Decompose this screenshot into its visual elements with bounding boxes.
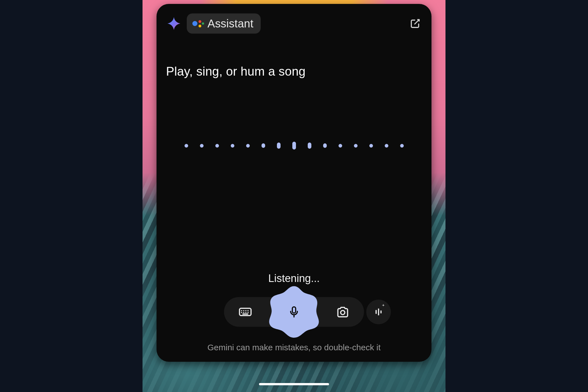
keyboard-icon: [238, 305, 253, 319]
disclaimer-text: Gemini can make mistakes, so double-chec…: [207, 343, 381, 352]
keyboard-button[interactable]: [236, 303, 254, 321]
listening-waveform: [166, 140, 422, 151]
microphone-icon: [287, 305, 301, 319]
waveform-dot: [246, 144, 250, 148]
assistant-chip[interactable]: Assistant: [187, 13, 261, 34]
phone-frame: Assistant Play, sing, or hum a song List…: [143, 0, 445, 392]
gemini-spark-icon: [166, 16, 182, 31]
waveform-dot: [231, 144, 234, 148]
waveform-dot: [323, 143, 327, 148]
assistant-chip-label: Assistant: [207, 17, 253, 30]
waveform-dot: [400, 144, 404, 148]
waveform-dot: [277, 143, 281, 149]
home-indicator[interactable]: [259, 383, 329, 385]
listening-status-text: Listening...: [268, 272, 320, 284]
waveform-dot: [369, 144, 373, 148]
prompt-text: Play, sing, or hum a song: [166, 64, 422, 78]
waveform-dot: [308, 143, 311, 149]
assistant-overlay-card: Assistant Play, sing, or hum a song List…: [157, 4, 431, 362]
sparkle-icon: [381, 304, 385, 307]
waveform-dot: [215, 144, 219, 148]
waveform-dot: [185, 144, 188, 148]
open-in-new-icon: [409, 18, 421, 29]
waveform-dot: [292, 142, 296, 150]
camera-icon: [335, 305, 350, 319]
waveform-dot: [354, 144, 358, 148]
waveform-dot: [262, 143, 265, 148]
card-header: Assistant: [166, 13, 422, 34]
svg-rect-11: [292, 307, 296, 313]
svg-point-10: [341, 311, 345, 315]
open-in-new-button[interactable]: [409, 17, 422, 30]
waveform-dot: [385, 144, 388, 148]
camera-button[interactable]: [334, 303, 352, 321]
assistant-logo-icon: [192, 18, 203, 29]
waveform-dot: [339, 144, 342, 148]
live-audio-button[interactable]: [366, 300, 391, 324]
sound-bars-icon: [373, 306, 384, 318]
waveform-dot: [200, 144, 204, 148]
microphone-button[interactable]: [266, 284, 322, 340]
